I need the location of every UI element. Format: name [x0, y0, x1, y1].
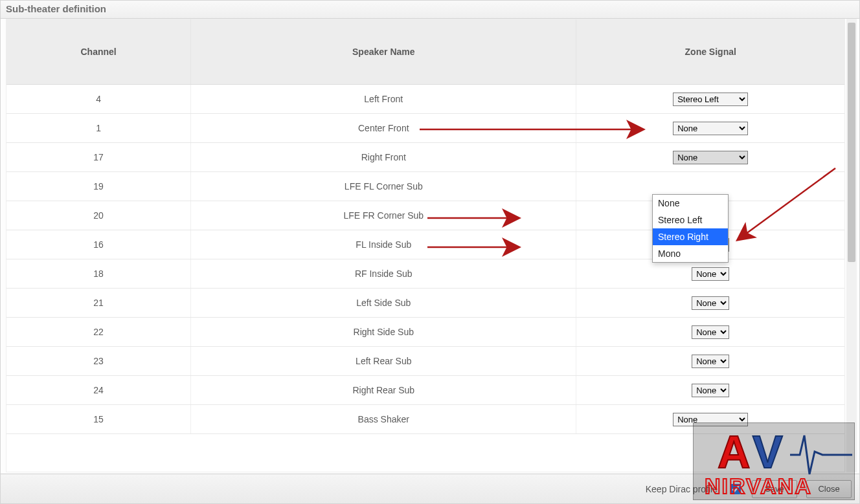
speaker-name-cell: LFE FR Corner Sub — [191, 201, 576, 230]
zone-signal-cell: None — [576, 376, 844, 405]
zone-signal-cell: None — [576, 318, 844, 347]
dropdown-option[interactable]: Mono — [653, 245, 728, 262]
channel-cell: 24 — [6, 376, 191, 405]
channel-cell: 21 — [6, 289, 191, 318]
dialog-title: Sub-theater definition — [1, 1, 859, 19]
channel-cell: 1 — [6, 114, 191, 143]
speaker-name-cell: Center Front — [191, 114, 576, 143]
table-row: 1Center FrontNone — [6, 114, 844, 143]
zone-signal-select[interactable]: None — [692, 355, 729, 368]
zone-signal-select[interactable]: Stereo Left — [673, 93, 748, 106]
table-row: 18RF Inside SubNone — [6, 259, 844, 289]
speaker-name-cell: Right Front — [191, 143, 576, 172]
table-row: 24Right Rear SubNone — [6, 376, 844, 405]
table-row: 21Left Side SubNone — [6, 289, 844, 318]
dropdown-option[interactable]: None — [653, 195, 728, 212]
close-button[interactable]: Close — [806, 480, 852, 498]
zone-signal-select[interactable]: None — [673, 122, 748, 135]
zone-signal-select[interactable]: None — [692, 296, 729, 310]
zone-signal-select[interactable]: None — [673, 151, 748, 164]
vertical-scrollbar[interactable] — [846, 19, 857, 472]
channel-cell: 22 — [6, 318, 191, 347]
zone-signal-dropdown-list[interactable]: NoneStereo LeftStereo RightMono — [652, 194, 729, 263]
speaker-name-cell: RF Inside Sub — [191, 259, 576, 289]
keep-dirac-label: Keep Dirac profile — [646, 484, 718, 494]
zone-signal-select[interactable]: None — [692, 267, 729, 281]
save-button[interactable]: Save — [752, 480, 797, 498]
speaker-name-cell: FL Inside Sub — [191, 230, 576, 259]
col-zone-signal: Zone Signal — [576, 19, 844, 85]
speaker-name-cell: Right Side Sub — [191, 318, 576, 347]
channel-cell: 16 — [6, 230, 191, 259]
dialog-body: Channel Speaker Name Zone Signal 4Left F… — [6, 19, 859, 472]
channel-cell: 19 — [6, 172, 191, 201]
channel-cell: 18 — [6, 259, 191, 289]
channel-cell: 17 — [6, 143, 191, 172]
keep-dirac-checkbox[interactable] — [730, 484, 741, 494]
table-row: 4Left FrontStereo Left — [6, 85, 844, 114]
zone-signal-cell: Stereo Left — [576, 85, 844, 114]
table-row: 15Bass ShakerNone — [6, 405, 844, 434]
sub-theater-dialog: Sub-theater definition Channel Speaker N… — [0, 0, 860, 504]
col-channel: Channel — [6, 19, 191, 85]
speaker-name-cell: Bass Shaker — [191, 405, 576, 434]
dropdown-option[interactable]: Stereo Right — [653, 228, 728, 245]
speaker-name-cell: Right Rear Sub — [191, 376, 576, 405]
channel-cell: 23 — [6, 347, 191, 376]
speaker-name-cell: LFE FL Corner Sub — [191, 172, 576, 201]
speaker-name-cell: Left Side Sub — [191, 289, 576, 318]
speaker-name-cell: Left Rear Sub — [191, 347, 576, 376]
channel-cell: 4 — [6, 85, 191, 114]
zone-signal-select[interactable]: None — [673, 413, 748, 426]
zone-signal-cell: None — [576, 289, 844, 318]
table-row: 23Left Rear SubNone — [6, 347, 844, 376]
zone-signal-cell: None — [576, 405, 844, 434]
zone-signal-select[interactable]: None — [692, 325, 729, 339]
zone-signal-cell: None — [576, 143, 844, 172]
dropdown-option[interactable]: Stereo Left — [653, 212, 728, 228]
zone-signal-select[interactable]: None — [692, 384, 729, 397]
channel-cell: 20 — [6, 201, 191, 230]
table-row: 22Right Side SubNone — [6, 318, 844, 347]
table-row: 17Right FrontNone — [6, 143, 844, 172]
col-speaker-name: Speaker Name — [191, 19, 576, 85]
zone-signal-cell: None — [576, 259, 844, 289]
dialog-footer: Keep Dirac profile Save Close — [1, 474, 859, 503]
zone-signal-cell: None — [576, 114, 844, 143]
speaker-name-cell: Left Front — [191, 85, 576, 114]
channel-cell: 15 — [6, 405, 191, 434]
zone-signal-cell: None — [576, 347, 844, 376]
